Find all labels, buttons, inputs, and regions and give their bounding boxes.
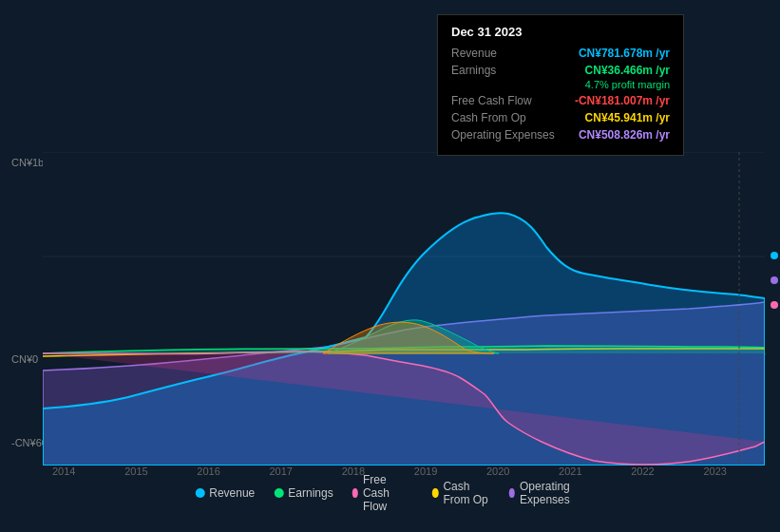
- x-label-2022: 2022: [631, 466, 654, 477]
- tooltip-value-revenue: CN¥781.678m /yr: [579, 47, 670, 60]
- tooltip-row-opex: Operating Expenses CN¥508.826m /yr: [451, 128, 670, 142]
- revenue-indicator: [770, 252, 778, 259]
- chart-svg: [43, 152, 765, 466]
- tooltip-row-fcf: Free Cash Flow -CN¥181.007m /yr: [451, 94, 670, 107]
- tooltip-row-earnings: Earnings CN¥36.466m /yr: [451, 64, 670, 77]
- tooltip-profit-margin: 4.7% profit margin: [451, 79, 670, 90]
- tooltip-label-fcf: Free Cash Flow: [451, 94, 532, 107]
- x-label-2014: 2014: [52, 466, 75, 477]
- tooltip-value-fcf: -CN¥181.007m /yr: [575, 94, 670, 107]
- tooltip-date: Dec 31 2023: [451, 25, 670, 39]
- right-indicators: [770, 252, 778, 309]
- legend: Revenue Earnings Free Cash Flow Cash Fro…: [195, 473, 585, 513]
- chart-container: Dec 31 2023 Revenue CN¥781.678m /yr Earn…: [0, 0, 780, 532]
- y-axis-zero-label: CN¥0: [11, 353, 38, 365]
- legend-dot-cashfromop: [432, 488, 438, 498]
- legend-dot-fcf: [352, 488, 358, 498]
- x-label-2023: 2023: [703, 466, 726, 477]
- legend-item-earnings: Earnings: [274, 486, 333, 500]
- legend-label-fcf: Free Cash Flow: [363, 473, 413, 513]
- tooltip-value-earnings: CN¥36.466m /yr: [585, 64, 670, 77]
- tooltip-row-revenue: Revenue CN¥781.678m /yr: [451, 47, 670, 60]
- legend-label-cashfromop: Cash From Op: [443, 480, 489, 506]
- x-label-2015: 2015: [124, 466, 147, 477]
- legend-item-revenue: Revenue: [195, 486, 255, 500]
- legend-item-opex: Operating Expenses: [509, 480, 585, 506]
- legend-label-opex: Operating Expenses: [520, 480, 585, 506]
- opex-indicator: [770, 276, 778, 284]
- legend-label-earnings: Earnings: [288, 486, 333, 500]
- tooltip-label-revenue: Revenue: [451, 47, 497, 60]
- legend-dot-revenue: [195, 488, 204, 498]
- y-axis-top-label: CN¥1b: [11, 157, 44, 168]
- fcf-indicator: [770, 301, 778, 309]
- legend-label-revenue: Revenue: [209, 486, 255, 500]
- tooltip-label-opex: Operating Expenses: [451, 128, 555, 142]
- legend-dot-opex: [509, 488, 515, 498]
- tooltip-label-cashfromop: Cash From Op: [451, 111, 526, 124]
- legend-item-cashfromop: Cash From Op: [432, 480, 490, 506]
- tooltip-label-earnings: Earnings: [451, 64, 496, 77]
- tooltip-value-cashfromop: CN¥45.941m /yr: [585, 111, 670, 124]
- tooltip-row-cashfromop: Cash From Op CN¥45.941m /yr: [451, 111, 670, 124]
- legend-dot-earnings: [274, 488, 283, 498]
- tooltip: Dec 31 2023 Revenue CN¥781.678m /yr Earn…: [437, 14, 684, 156]
- tooltip-value-opex: CN¥508.826m /yr: [579, 128, 670, 142]
- legend-item-fcf: Free Cash Flow: [352, 473, 413, 513]
